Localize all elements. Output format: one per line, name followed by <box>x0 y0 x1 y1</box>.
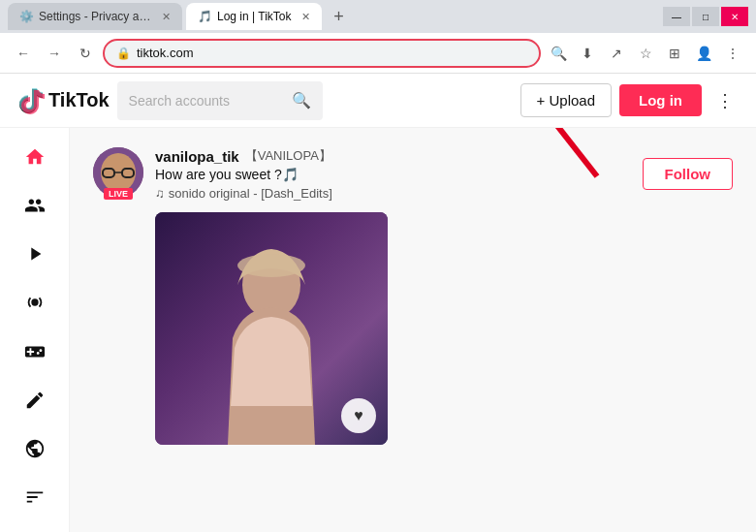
address-bar[interactable]: 🔒 tiktok.com <box>103 39 541 68</box>
title-bar: ⚙️ Settings - Privacy and security ✕ 🎵 L… <box>0 0 756 33</box>
tab-tiktok-close[interactable]: ✕ <box>301 11 310 23</box>
tiktok-tab-icon: 🎵 <box>198 10 211 23</box>
tiktok-logo: TikTok <box>16 86 110 115</box>
search-bar[interactable]: Search accounts 🔍 <box>117 81 323 120</box>
tiktok-logo-text: TikTok <box>48 89 110 111</box>
forward-icon: → <box>47 46 61 61</box>
more-options-button[interactable]: ⋮ <box>709 85 740 116</box>
explore-icon <box>24 243 46 270</box>
lock-icon: 🔒 <box>116 47 131 60</box>
post-header: LIVE vanilopa_tik 【VANILOPA】 How are you… <box>93 147 733 201</box>
login-button[interactable]: Log in <box>619 84 702 116</box>
username: vanilopa_tik <box>155 148 239 165</box>
tab-tiktok-label: Log in | TikTok <box>217 10 292 23</box>
nav-search-icon[interactable]: 🔍 <box>545 40 572 67</box>
nav-profile-icon[interactable]: 👤 <box>690 40 717 67</box>
live-icon <box>24 292 46 319</box>
live-badge: LIVE <box>104 188 133 200</box>
post-caption: How are you sweet ?🎵 <box>155 167 631 182</box>
sidebar-item-home[interactable] <box>14 140 56 180</box>
tab-settings-close[interactable]: ✕ <box>162 11 171 23</box>
sidebar-item-filter[interactable] <box>14 480 56 520</box>
globe-icon <box>24 438 46 465</box>
sidebar-item-creative[interactable] <box>14 383 56 423</box>
svg-point-11 <box>237 254 305 277</box>
username-row: vanilopa_tik 【VANILOPA】 <box>155 147 631 165</box>
friends-icon <box>24 195 46 222</box>
nav-share-icon[interactable]: ↗ <box>603 40 630 67</box>
sidebar-item-explore[interactable] <box>14 236 56 277</box>
tab-tiktok[interactable]: 🎵 Log in | TikTok ✕ <box>186 3 322 30</box>
creative-icon <box>24 390 46 417</box>
video-thumbnail[interactable]: ♥ <box>155 212 388 445</box>
content-area: LIVE vanilopa_tik 【VANILOPA】 How are you… <box>70 128 756 532</box>
post-area: LIVE vanilopa_tik 【VANILOPA】 How are you… <box>93 147 733 445</box>
post-audio: ♫ sonido original - [Dash_Edits] <box>155 186 631 201</box>
nav-bookmark-icon[interactable]: ☆ <box>632 40 659 67</box>
upload-button[interactable]: + Upload <box>520 83 612 117</box>
back-icon: ← <box>16 46 30 61</box>
nav-icons: 🔍 ⬇ ↗ ☆ ⊞ 👤 ⋮ <box>545 40 746 67</box>
sidebar-item-globe[interactable] <box>14 431 56 472</box>
heart-button[interactable]: ♥ <box>341 398 376 433</box>
app-bar: TikTok Search accounts 🔍 + Upload Log in… <box>0 74 756 128</box>
sidebar <box>0 128 70 532</box>
nav-more-icon[interactable]: ⋮ <box>719 40 746 67</box>
main-layout: LIVE vanilopa_tik 【VANILOPA】 How are you… <box>0 128 756 532</box>
sidebar-item-live[interactable] <box>14 285 56 326</box>
back-button[interactable]: ← <box>10 40 37 67</box>
tab-settings-label: Settings - Privacy and security <box>39 10 152 23</box>
nav-extension-icon[interactable]: ⊞ <box>661 40 688 67</box>
tiktok-logo-icon <box>16 86 45 115</box>
follow-button[interactable]: Follow <box>643 158 734 190</box>
minimize-button[interactable]: — <box>663 7 690 26</box>
follow-label: Follow <box>665 166 711 182</box>
avatar-container: LIVE <box>93 147 143 198</box>
audio-text: sonido original - [Dash_Edits] <box>169 186 332 201</box>
maximize-button[interactable]: □ <box>692 7 719 26</box>
close-button[interactable]: ✕ <box>721 7 748 26</box>
refresh-icon: ↻ <box>79 46 91 61</box>
tab-settings[interactable]: ⚙️ Settings - Privacy and security ✕ <box>8 3 182 30</box>
nav-bar: ← → ↻ 🔒 tiktok.com 🔍 ⬇ ↗ ☆ ⊞ 👤 ⋮ <box>0 33 756 74</box>
forward-button[interactable]: → <box>41 40 68 67</box>
upload-label: + Upload <box>537 92 595 109</box>
new-tab-button[interactable]: + <box>326 3 353 30</box>
nav-download-icon[interactable]: ⬇ <box>574 40 601 67</box>
gaming-icon <box>24 341 46 368</box>
login-label: Log in <box>639 92 682 109</box>
sidebar-item-friends[interactable] <box>14 188 56 229</box>
home-icon <box>24 146 46 173</box>
sidebar-item-gaming[interactable] <box>14 334 56 375</box>
refresh-button[interactable]: ↻ <box>72 40 99 67</box>
search-icon[interactable]: 🔍 <box>292 91 311 110</box>
settings-tab-icon: ⚙️ <box>19 10 33 23</box>
display-name: 【VANILOPA】 <box>245 147 331 165</box>
audio-icon: ♫ <box>155 186 165 201</box>
address-text: tiktok.com <box>137 46 527 60</box>
filter-icon <box>24 486 46 514</box>
post-info: vanilopa_tik 【VANILOPA】 How are you swee… <box>155 147 631 201</box>
search-placeholder: Search accounts <box>129 93 284 109</box>
svg-point-0 <box>31 299 38 306</box>
window-controls: — □ ✕ <box>663 7 748 26</box>
heart-icon: ♥ <box>354 407 363 424</box>
